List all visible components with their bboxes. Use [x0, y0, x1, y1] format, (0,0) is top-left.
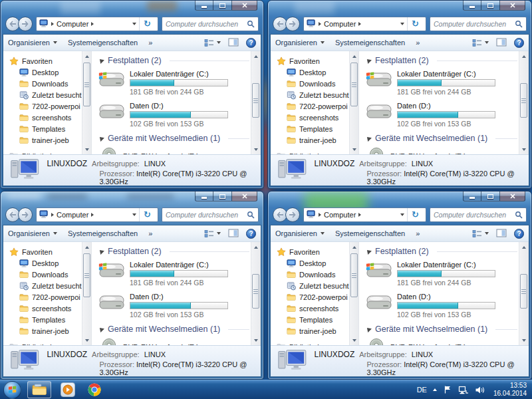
drive-d-row[interactable]: Daten (D:) 102 GB frei von 153 GB	[98, 293, 249, 319]
help-button[interactable]: ?	[514, 38, 524, 48]
dvd-drive-row[interactable]: DVD DVD-RW-Laufwerk (E:)	[100, 338, 249, 345]
scrollbar-thumb[interactable]	[252, 274, 259, 309]
sidebar-item-favoriten[interactable]: Favoriten	[9, 55, 82, 66]
breadcrumb-arrow-icon[interactable]	[91, 22, 94, 26]
sidebar-item-downloads[interactable]: Downloads	[277, 269, 349, 280]
breadcrumb-arrow-icon[interactable]	[358, 22, 361, 26]
close-button[interactable]	[232, 1, 257, 11]
address-bar[interactable]: Computer ↻	[36, 207, 158, 222]
scroll-down-icon[interactable]	[82, 144, 91, 154]
scroll-down-icon[interactable]	[519, 144, 528, 154]
scroll-down-icon[interactable]	[350, 335, 358, 345]
breadcrumb-arrow-icon[interactable]	[91, 213, 94, 217]
dvd-drive-row[interactable]: DVD DVD-RW-Laufwerk (E:)	[367, 148, 517, 154]
group-header-wechselmedien[interactable]: Geräte mit Wechselmedien (1)	[98, 325, 249, 334]
drive-c-row[interactable]: Lokaler Datenträger (C:) 181 GB frei von…	[366, 70, 517, 96]
forward-button[interactable]	[18, 207, 33, 222]
taskbar-chrome-button[interactable]	[84, 381, 104, 398]
refresh-button[interactable]: ↻	[139, 17, 155, 31]
drive-d-row[interactable]: Daten (D:) 102 GB frei von 153 GB	[366, 102, 517, 128]
dvd-drive-row[interactable]: DVD DVD-RW-Laufwerk (E:)	[100, 148, 249, 154]
sidebar-item-downloads[interactable]: Downloads	[9, 78, 82, 89]
action-center-flag-icon[interactable]	[443, 385, 452, 394]
toolbar-overflow-button[interactable]: »	[416, 229, 420, 237]
group-header-festplatten[interactable]: Festplatten (2)	[366, 247, 517, 256]
address-dropdown-icon[interactable]	[132, 213, 136, 216]
sidebar-item-7202-powerpoint[interactable]: 7202-powerpoi	[277, 100, 349, 112]
content-scrollbar[interactable]	[251, 51, 261, 154]
scrollbar-thumb[interactable]	[252, 83, 259, 118]
organize-button[interactable]: Organisieren	[8, 229, 57, 237]
sidebar-item-7202-powerpoint[interactable]: 7202-powerpoi	[9, 291, 82, 303]
system-properties-button[interactable]: Systemeigenschaften	[335, 229, 405, 237]
taskbar-wmp-button[interactable]	[58, 381, 78, 398]
content-scrollbar[interactable]	[519, 51, 529, 154]
toolbar-overflow-button[interactable]: »	[416, 39, 420, 47]
preview-pane-button[interactable]	[496, 38, 507, 48]
scrollbar-thumb[interactable]	[350, 63, 358, 106]
scroll-down-icon[interactable]	[251, 144, 260, 154]
group-header-wechselmedien[interactable]: Geräte mit Wechselmedien (1)	[366, 134, 517, 143]
help-button[interactable]: ?	[246, 229, 256, 239]
volume-icon[interactable]	[475, 386, 485, 394]
group-header-festplatten[interactable]: Festplatten (2)	[366, 56, 517, 65]
maximize-button[interactable]	[213, 192, 232, 201]
sidebar-item-favoriten[interactable]: Favoriten	[277, 246, 349, 257]
sidebar-item-7202-powerpoint[interactable]: 7202-powerpoi	[9, 100, 82, 112]
change-view-button[interactable]	[472, 229, 489, 238]
drive-c-row[interactable]: Lokaler Datenträger (C:) 181 GB frei von…	[366, 261, 517, 287]
sidebar-item-favoriten[interactable]: Favoriten	[9, 246, 82, 257]
sidebar-item-screenshots[interactable]: screenshots	[9, 303, 82, 314]
scroll-up-icon[interactable]	[82, 242, 91, 252]
organize-button[interactable]: Organisieren	[8, 39, 57, 47]
dvd-drive-row[interactable]: DVD DVD-RW-Laufwerk (E:)	[367, 338, 517, 345]
preview-pane-button[interactable]	[228, 229, 239, 239]
help-button[interactable]: ?	[514, 229, 524, 239]
address-bar[interactable]: Computer ↻	[303, 17, 426, 31]
preview-pane-button[interactable]	[228, 38, 239, 48]
breadcrumb-computer[interactable]: Computer	[57, 20, 88, 28]
start-button[interactable]	[3, 381, 21, 399]
breadcrumb-computer[interactable]: Computer	[324, 20, 356, 28]
refresh-button[interactable]: ↻	[407, 17, 423, 31]
sidebar-item-desktop[interactable]: Desktop	[9, 257, 82, 269]
scroll-up-icon[interactable]	[251, 242, 260, 252]
address-dropdown-icon[interactable]	[400, 23, 404, 25]
scroll-down-icon[interactable]	[519, 335, 528, 345]
sidebar-item-templates[interactable]: Templates	[9, 123, 82, 134]
sidebar-item-7202-powerpoint[interactable]: 7202-powerpoi	[277, 291, 349, 303]
scrollbar-thumb[interactable]	[520, 274, 527, 309]
minimize-button[interactable]	[195, 1, 213, 11]
group-header-wechselmedien[interactable]: Geräte mit Wechselmedien (1)	[98, 134, 249, 143]
language-indicator[interactable]: DE	[417, 386, 427, 394]
sidebar-item-screenshots[interactable]: screenshots	[277, 303, 349, 314]
sidebar-scrollbar[interactable]	[82, 51, 92, 154]
maximize-button[interactable]	[213, 1, 232, 11]
group-header-festplatten[interactable]: Festplatten (2)	[98, 247, 249, 256]
search-input[interactable]: Computer durchsuchen	[162, 207, 259, 222]
system-properties-button[interactable]: Systemeigenschaften	[68, 39, 138, 47]
minimize-button[interactable]	[195, 192, 213, 201]
close-button[interactable]	[232, 192, 257, 201]
search-input[interactable]: Computer durchsuchen	[162, 17, 259, 31]
maximize-button[interactable]	[481, 192, 500, 201]
group-header-festplatten[interactable]: Festplatten (2)	[98, 56, 249, 65]
sidebar-item-screenshots[interactable]: screenshots	[277, 112, 349, 123]
sidebar-item-desktop[interactable]: Desktop	[277, 257, 349, 269]
sidebar-item-downloads[interactable]: Downloads	[277, 78, 349, 89]
scroll-down-icon[interactable]	[251, 335, 260, 345]
scroll-up-icon[interactable]	[350, 51, 358, 61]
scroll-down-icon[interactable]	[350, 144, 358, 154]
sidebar-item-screenshots[interactable]: screenshots	[9, 112, 82, 123]
taskbar-explorer-button[interactable]	[27, 381, 51, 398]
content-scrollbar[interactable]	[251, 242, 261, 345]
minimize-button[interactable]	[463, 1, 481, 11]
change-view-button[interactable]	[204, 229, 221, 238]
hidden-icons-button[interactable]	[433, 388, 437, 391]
scroll-up-icon[interactable]	[251, 51, 260, 61]
breadcrumb-computer[interactable]: Computer	[324, 211, 356, 219]
sidebar-item-zuletzt-besucht[interactable]: Zuletzt besucht	[9, 280, 82, 291]
sidebar-item-templates[interactable]: Templates	[277, 123, 349, 134]
preview-pane-button[interactable]	[496, 229, 507, 239]
breadcrumb-computer[interactable]: Computer	[57, 211, 88, 219]
